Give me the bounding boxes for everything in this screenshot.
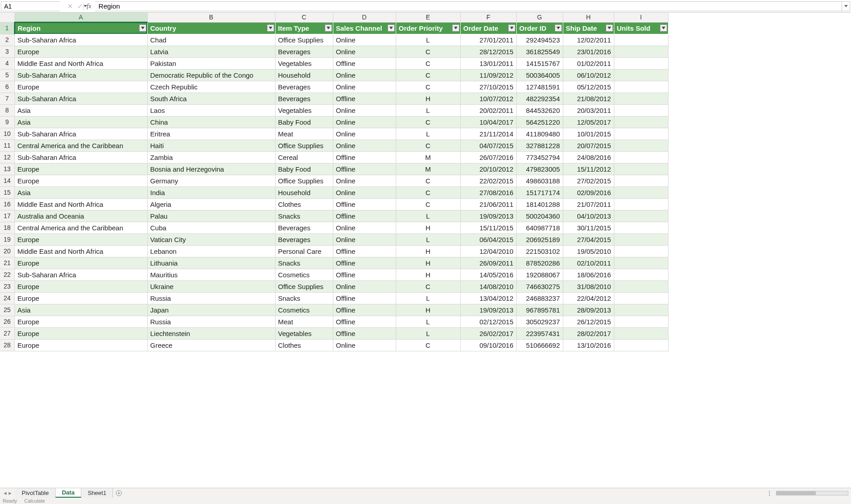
cell[interactable]: 26/02/2017 [460,327,516,339]
cell[interactable]: Europe [14,339,147,351]
cell[interactable]: Europe [14,327,147,339]
row-header-5[interactable]: 5 [0,69,14,81]
table-header-cell[interactable]: Units Sold [614,22,668,34]
cell[interactable]: Cosmetics [275,269,333,280]
cell[interactable]: Europe [14,46,147,57]
cell[interactable] [614,116,668,128]
table-header-cell[interactable]: Sales Channel [333,22,396,34]
cell[interactable]: Asia [14,116,147,128]
cell[interactable]: Clothes [275,198,333,210]
cell[interactable]: China [147,116,275,128]
cell[interactable]: Sub-Saharan Africa [14,128,147,140]
row-header-18[interactable]: 18 [0,222,14,233]
cell[interactable] [614,57,668,69]
cell[interactable] [614,269,668,280]
cell[interactable]: Offline [333,210,396,222]
cell[interactable]: L [396,233,460,245]
cell[interactable]: Algeria [147,198,275,210]
cell[interactable]: Laos [147,104,275,116]
cell[interactable]: Asia [14,104,147,116]
cell[interactable]: C [396,187,460,198]
cell[interactable]: Online [333,187,396,198]
cell[interactable]: Sub-Saharan Africa [14,69,147,81]
row-header-16[interactable]: 16 [0,198,14,210]
cell[interactable] [614,69,668,81]
cell[interactable]: 500204360 [516,210,563,222]
cell[interactable]: Household [275,69,333,81]
row-header-17[interactable]: 17 [0,210,14,222]
column-header-D[interactable]: D [333,13,396,22]
scroll-thumb[interactable] [776,491,816,495]
cell[interactable]: Bosnia and Herzegovina [147,163,275,175]
cell[interactable]: C [396,198,460,210]
cell[interactable]: 20/10/2012 [460,163,516,175]
cell[interactable]: L [396,104,460,116]
filter-dropdown-button[interactable] [267,24,274,32]
cell[interactable] [614,140,668,151]
row-header-6[interactable]: 6 [0,81,14,93]
cell[interactable]: 27/02/2015 [563,175,614,187]
cell[interactable]: M [396,151,460,163]
cell[interactable]: 13/10/2016 [563,339,614,351]
cell[interactable]: 15/11/2012 [563,163,614,175]
cell[interactable]: Office Supplies [275,175,333,187]
cell[interactable] [614,163,668,175]
cell[interactable]: L [396,316,460,327]
cell[interactable]: 479823005 [516,163,563,175]
cell[interactable]: C [396,280,460,292]
cell[interactable]: Office Supplies [275,140,333,151]
cell[interactable]: 746630275 [516,280,563,292]
cell[interactable]: Online [333,116,396,128]
cell[interactable]: Europe [14,316,147,327]
cell[interactable]: Vegetables [275,57,333,69]
cell[interactable]: 27/01/2011 [460,34,516,46]
cell[interactable]: Offline [333,316,396,327]
cell[interactable]: H [396,93,460,104]
table-header-cell[interactable]: Order ID [516,22,563,34]
cell[interactable] [614,339,668,351]
cell[interactable]: 500364005 [516,69,563,81]
table-header-cell[interactable]: Region [14,22,147,34]
cell[interactable]: Vegetables [275,327,333,339]
cell[interactable]: H [396,257,460,269]
add-sheet-button[interactable] [113,488,125,498]
row-header-14[interactable]: 14 [0,175,14,187]
cell[interactable]: Offline [333,151,396,163]
cell[interactable] [614,151,668,163]
cell[interactable]: Chad [147,34,275,46]
cell[interactable]: Beverages [275,93,333,104]
cell[interactable]: H [396,269,460,280]
cell[interactable]: 640987718 [516,222,563,233]
cell[interactable]: 09/10/2016 [460,339,516,351]
row-header-7[interactable]: 7 [0,93,14,104]
cell[interactable]: Europe [14,81,147,93]
name-box[interactable] [1,1,60,11]
cell[interactable]: 26/09/2011 [460,257,516,269]
cell[interactable]: Europe [14,257,147,269]
column-header-I[interactable]: I [614,13,668,22]
cell[interactable] [614,81,668,93]
cell[interactable]: Russia [147,316,275,327]
cell[interactable]: 26/07/2016 [460,151,516,163]
cell[interactable]: C [396,116,460,128]
cell[interactable]: Beverages [275,233,333,245]
cell[interactable]: Offline [333,245,396,257]
row-header-1[interactable]: 1 [0,22,14,34]
cell[interactable]: C [396,57,460,69]
filter-dropdown-button[interactable] [555,24,562,32]
cell[interactable]: Offline [333,163,396,175]
cell[interactable]: 26/12/2015 [563,316,614,327]
cell[interactable] [614,93,668,104]
cell[interactable]: 02/09/2016 [563,187,614,198]
column-header-F[interactable]: F [460,13,516,22]
row-header-25[interactable]: 25 [0,304,14,316]
next-sheet-button[interactable]: ▸ [8,490,13,496]
cell[interactable]: 510666692 [516,339,563,351]
cell[interactable]: Beverages [275,222,333,233]
cell[interactable]: Lithuania [147,257,275,269]
cell[interactable]: Online [333,280,396,292]
row-header-19[interactable]: 19 [0,233,14,245]
cell[interactable]: 06/10/2012 [563,69,614,81]
table-header-cell[interactable]: Ship Date [563,22,614,34]
cell[interactable] [614,233,668,245]
